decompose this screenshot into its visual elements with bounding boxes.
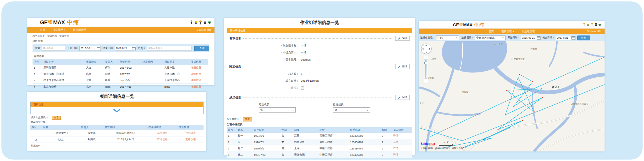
- track-query-button[interactable]: 查询: [577, 35, 590, 40]
- pan-left-icon[interactable]: [422, 48, 423, 50]
- zoom-slider-knob[interactable]: [424, 62, 428, 64]
- field-label: 作业组名称：: [283, 44, 299, 47]
- cell-origin: 河南郑州: [293, 139, 318, 145]
- cell-title: 高级工程师: [318, 139, 349, 145]
- detail-link[interactable]: 详细信息: [191, 72, 201, 75]
- calendar-icon[interactable]: [97, 47, 100, 50]
- chevron-down-icon: [113, 109, 120, 112]
- main-nav: 首页 项目管理▼ 作业组管理 GeoMax 退出: [27, 27, 214, 33]
- view-track-link[interactable]: 查看轨迹: [185, 132, 196, 134]
- cell-no: 3: [33, 77, 42, 84]
- cell-name: 徕卡技术中心测试: [42, 77, 85, 84]
- select-value: 中纬新产品测试: [476, 36, 495, 40]
- query-section-title: 项目查询: [33, 39, 209, 43]
- group-detail-link[interactable]: 详细信息: [157, 138, 168, 141]
- logo-text-max: MAX: [463, 23, 472, 27]
- calendar-icon[interactable]: [571, 36, 575, 40]
- available-members-select[interactable]: 张一▼: [259, 107, 296, 113]
- table-row: 2 周一 1976/7/1 女 河南郑州 高级工程师 123456789 2 详…: [227, 139, 412, 145]
- col-owner: 负责人: [104, 59, 119, 65]
- project-select[interactable]: 中纬新产品测试▼: [475, 35, 506, 40]
- logout-link[interactable]: GeoMax 退出: [587, 30, 602, 33]
- chevron-down-icon: ▼: [513, 31, 514, 33]
- pan-up-icon[interactable]: [425, 45, 428, 46]
- table-row: 4 北京办公楼 北京 leica 2017/7/11 leica 详细信息: [33, 84, 208, 90]
- detail-link[interactable]: 详细信息: [191, 66, 201, 69]
- composite-screenshot: GEMAX 中纬 首页 项目管理▼ 作业组管理 GeoMax 退出 您当前位置：…: [0, 0, 644, 161]
- cell-birth: 1974/6/1: [253, 133, 280, 139]
- project-info-bar[interactable]: 项目信息: [31, 102, 203, 107]
- calendar-icon[interactable]: [537, 36, 540, 40]
- group-select[interactable]: 中纬▼: [436, 35, 459, 40]
- map-poi-label: 上海包装有限公司: [571, 102, 588, 105]
- cell-perm: 2: [381, 145, 392, 152]
- pan-right-icon[interactable]: [429, 48, 430, 50]
- nav-workgroup-management[interactable]: 作业组管理: [522, 30, 535, 33]
- member-detail-link[interactable]: 详情: [393, 134, 398, 137]
- member-detail-link[interactable]: 详情: [393, 147, 398, 150]
- cell-no: 1: [30, 130, 42, 136]
- nav-project-management[interactable]: 项目管理▼: [53, 28, 66, 32]
- owner-input[interactable]: [147, 46, 191, 51]
- project-info-box: 项目信息: [30, 102, 204, 114]
- col-no: 序号: [33, 59, 42, 65]
- select-value: 孙一: [335, 108, 340, 112]
- cell-client: leica: [163, 84, 190, 90]
- view-track-link[interactable]: 查看轨迹: [185, 138, 196, 141]
- view-stats-button[interactable]: 查看: [243, 117, 252, 121]
- map-place-label: 叶巷村: [531, 48, 537, 50]
- zoom-in-button[interactable]: +: [424, 55, 428, 59]
- project-name-input[interactable]: [42, 46, 65, 51]
- zoom-out-button[interactable]: −: [424, 79, 428, 83]
- group-detail-link[interactable]: 详细信息: [157, 132, 168, 134]
- select-value: 张一: [260, 108, 265, 112]
- map-place-label: 莫家宅: [462, 91, 469, 94]
- edit-members-button[interactable]: 编辑: [395, 95, 410, 100]
- nav-home[interactable]: 首页: [489, 30, 494, 33]
- cell-place: 大连: [85, 65, 104, 71]
- cell-no: 2: [33, 71, 42, 77]
- detail-link[interactable]: 详细信息: [191, 79, 201, 82]
- selected-members-select[interactable]: 孙一▼: [333, 107, 370, 113]
- collapse-toggle[interactable]: [31, 107, 203, 114]
- edit-extra-button[interactable]: 编辑: [395, 64, 410, 69]
- start-date-label: 开始日期：: [508, 36, 520, 40]
- cell-phone: 123456789: [349, 133, 381, 139]
- detail-link[interactable]: 详细信息: [191, 85, 201, 88]
- query-submit-button[interactable]: 查询: [194, 46, 209, 51]
- col-name: 姓名: [237, 127, 253, 133]
- map-canvas[interactable]: 小汪王 金星村 大圩 莫家宅 叶巷村 淀江大桥 叶厍村卫生室 上海包装有限公司 …: [419, 41, 605, 151]
- calendar-icon[interactable]: [132, 47, 136, 50]
- cell-perm: 2: [381, 139, 392, 145]
- logout-link[interactable]: GeoMax 退出: [197, 28, 212, 32]
- col-no: 序号: [227, 127, 237, 133]
- table-row: 2 徕卡技术中心测试 北京 徐斌 2017/7/5 上海技术中心 详细信息: [33, 71, 208, 77]
- nav-workgroup-management[interactable]: 作业组管理: [73, 28, 86, 32]
- col-client: 项目业主: [163, 59, 190, 65]
- auto-level-icon: [208, 20, 212, 25]
- field-label: 成立日期：: [227, 79, 299, 83]
- col-project-name: 项目名称: [42, 59, 85, 65]
- cell-client: 上海技术中心: [163, 77, 190, 84]
- nav-home[interactable]: 首页: [40, 28, 45, 32]
- cell-no: 3: [227, 145, 237, 152]
- results-label: 查询结果：: [34, 55, 209, 58]
- baidu-logo: Baidu地图: [421, 142, 435, 146]
- member-detail-link[interactable]: 详情: [393, 153, 398, 156]
- map-attribution: © 2017 Baidu - GS(2016)2089号 - Data © 长地…: [421, 147, 467, 149]
- pan-down-icon[interactable]: [425, 52, 428, 53]
- stats-label: 项目作业量统计：: [31, 116, 50, 119]
- field-remark: 备注：: [227, 86, 412, 90]
- col-group-name: 组名: [42, 125, 80, 130]
- logo-text-ge: GE: [453, 23, 459, 27]
- edit-basic-button[interactable]: 编辑: [395, 36, 410, 41]
- view-stats-button[interactable]: 查看: [52, 116, 61, 120]
- field-label: 小组负责人：: [283, 51, 299, 54]
- member-detail-link[interactable]: 详情: [393, 141, 398, 143]
- nav-project-management[interactable]: 项目管理▼: [501, 30, 514, 33]
- zoom-slider[interactable]: [425, 60, 427, 78]
- cell-place: 北京: [85, 77, 104, 84]
- required-mark: *: [284, 58, 285, 61]
- map-pan-control[interactable]: [421, 44, 432, 54]
- logo-text-ge: GE: [40, 20, 48, 25]
